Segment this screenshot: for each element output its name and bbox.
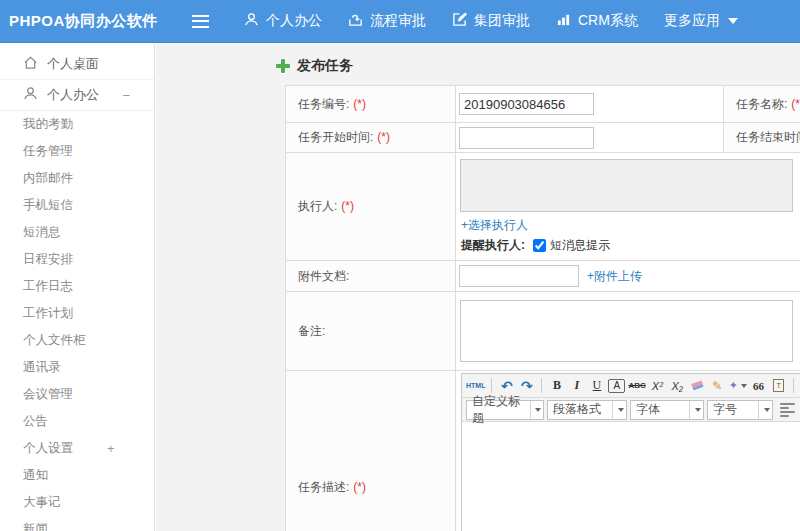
expand-icon[interactable]: + <box>107 441 115 456</box>
sidebar-item-file-cabinet[interactable]: 个人文件柜 <box>0 327 154 354</box>
sms-remind-checkbox[interactable] <box>533 239 546 252</box>
remind-executor-label: 提醒执行人: <box>461 237 525 254</box>
executor-label: 执行人:(*) <box>286 153 456 261</box>
user-icon <box>23 86 47 104</box>
sidebar-item-meeting[interactable]: 会议管理 <box>0 381 154 408</box>
sidebar-item-personal-office[interactable]: 个人办公 − <box>0 80 154 111</box>
eraser-icon <box>691 380 704 390</box>
nav-workflow-approval[interactable]: 流程审批 <box>335 0 439 43</box>
user-icon <box>244 12 266 30</box>
workflow-icon <box>348 12 370 30</box>
task-description-label: 任务描述:(*) <box>286 371 456 531</box>
nav-personal-office[interactable]: 个人办公 <box>231 0 335 43</box>
attachment-label: 附件文档: <box>286 261 456 292</box>
row-remark: 备注: <box>286 292 800 371</box>
attachment-upload-link[interactable]: +附件上传 <box>587 268 642 285</box>
caret-down-icon <box>530 401 543 419</box>
sidebar-item-sms[interactable]: 手机短信 <box>0 192 154 219</box>
sidebar-item-attendance[interactable]: 我的考勤 <box>0 111 154 138</box>
font-style-button[interactable]: A <box>608 379 625 393</box>
edit-icon <box>452 12 474 30</box>
strikethrough-button[interactable]: ABC <box>628 377 645 395</box>
remark-textarea[interactable] <box>460 300 793 362</box>
sidebar-item-contacts[interactable]: 通讯录 <box>0 354 154 381</box>
sidebar-item-internal-mail[interactable]: 内部邮件 <box>0 165 154 192</box>
task-number-input[interactable] <box>459 93 594 115</box>
attachment-input[interactable] <box>459 265 579 287</box>
eraser-button[interactable] <box>689 377 706 395</box>
format-painter-button[interactable]: ✎ <box>709 377 726 395</box>
required-mark: (*) <box>791 97 800 111</box>
nav-more-apps[interactable]: 更多应用 <box>651 0 751 43</box>
row-description: 任务描述:(*) HTML ↶ ↷ B I U A ABC <box>286 371 800 531</box>
italic-button[interactable]: I <box>568 377 585 395</box>
paste-button[interactable]: T <box>770 377 787 395</box>
sidebar-item-notice[interactable]: 通知 <box>0 462 154 489</box>
main-content: 发布任务 任务编号:(*) 任务名称:(*) 任务开始时间:(*) 任务结束时间… <box>156 44 800 531</box>
sidebar-item-task-management[interactable]: 任务管理 <box>0 138 154 165</box>
start-time-label: 任务开始时间:(*) <box>286 123 456 153</box>
sidebar-item-desktop[interactable]: 个人桌面 <box>0 49 154 80</box>
bar-chart-icon <box>556 12 578 30</box>
required-mark: (*) <box>377 130 390 144</box>
caret-down-icon <box>758 401 772 419</box>
row-task-number: 任务编号:(*) 任务名称:(*) <box>286 86 800 123</box>
required-mark: (*) <box>341 199 354 213</box>
sidebar-item-events[interactable]: 大事记 <box>0 489 154 516</box>
sidebar-item-news[interactable]: 新闻 <box>0 516 154 531</box>
collapse-icon[interactable]: − <box>122 88 130 103</box>
paragraph-format-select[interactable]: 段落格式 <box>547 400 627 420</box>
bold-button[interactable]: B <box>548 377 565 395</box>
menu-icon[interactable] <box>192 15 209 28</box>
sms-remind-option-label: 短消息提示 <box>550 237 610 254</box>
remark-label: 备注: <box>286 292 456 371</box>
row-task-time: 任务开始时间:(*) 任务结束时间:(*) <box>286 123 800 153</box>
row-executor: 执行人:(*) +选择执行人 提醒执行人: 短消息提示 <box>286 153 800 261</box>
sidebar-item-work-log[interactable]: 工作日志 <box>0 273 154 300</box>
nav-group-approval[interactable]: 集团审批 <box>439 0 543 43</box>
caret-down-icon <box>689 401 703 419</box>
rich-text-editor: HTML ↶ ↷ B I U A ABC X² X₂ ✎ <box>461 373 800 531</box>
choose-executor-link[interactable]: +选择执行人 <box>461 217 800 234</box>
align-left-icon[interactable] <box>780 403 795 417</box>
home-icon <box>23 55 47 73</box>
executor-textarea[interactable] <box>460 159 793 212</box>
end-time-label: 任务结束时间:(*) <box>724 123 800 153</box>
blockquote-button[interactable]: 66 <box>750 377 767 395</box>
caret-down-icon <box>612 401 626 419</box>
editor-content-area[interactable] <box>462 422 800 531</box>
caret-down-icon <box>728 18 738 24</box>
sidebar-item-personal-settings[interactable]: 个人设置 + <box>0 435 154 462</box>
page-title: 发布任务 <box>276 57 800 75</box>
font-size-select[interactable]: 字号 <box>707 400 773 420</box>
required-mark: (*) <box>353 97 366 111</box>
sidebar: 个人桌面 个人办公 − 我的考勤 任务管理 内部邮件 手机短信 短消息 日程安排… <box>0 44 155 531</box>
nav-crm-system[interactable]: CRM系统 <box>543 0 651 43</box>
row-attachment: 附件文档: +附件上传 <box>286 261 800 292</box>
editor-toolbar-bottom: 自定义标题 段落格式 字体 字号 <box>462 398 800 422</box>
add-icon <box>276 59 290 73</box>
wand-icon: ✦ <box>729 379 738 392</box>
top-nav: 个人办公 流程审批 集团审批 CRM系统 更多应用 <box>231 0 751 43</box>
publish-task-form: 任务编号:(*) 任务名称:(*) 任务开始时间:(*) 任务结束时间:(*) … <box>285 85 800 531</box>
subscript-button[interactable]: X₂ <box>669 377 686 395</box>
task-number-label: 任务编号:(*) <box>286 86 456 123</box>
app-header: PHPOA协同办公软件 个人办公 流程审批 集团审批 CRM系统 更多应用 <box>0 0 800 43</box>
start-time-input[interactable] <box>459 127 594 149</box>
custom-title-select[interactable]: 自定义标题 <box>466 400 544 420</box>
font-family-select[interactable]: 字体 <box>630 400 704 420</box>
remind-executor-row: 提醒执行人: 短消息提示 <box>461 237 800 254</box>
app-logo: PHPOA协同办公软件 <box>0 12 160 31</box>
autotypeset-button[interactable]: ✦ <box>729 377 747 395</box>
sidebar-item-short-message[interactable]: 短消息 <box>0 219 154 246</box>
sidebar-item-work-plan[interactable]: 工作计划 <box>0 300 154 327</box>
sidebar-item-schedule[interactable]: 日程安排 <box>0 246 154 273</box>
underline-button[interactable]: U <box>588 377 605 395</box>
caret-down-icon <box>741 384 747 388</box>
required-mark: (*) <box>353 480 366 494</box>
superscript-button[interactable]: X² <box>649 377 666 395</box>
task-name-label: 任务名称:(*) <box>724 86 800 123</box>
sidebar-item-announcement[interactable]: 公告 <box>0 408 154 435</box>
clipboard-icon: T <box>773 379 784 392</box>
